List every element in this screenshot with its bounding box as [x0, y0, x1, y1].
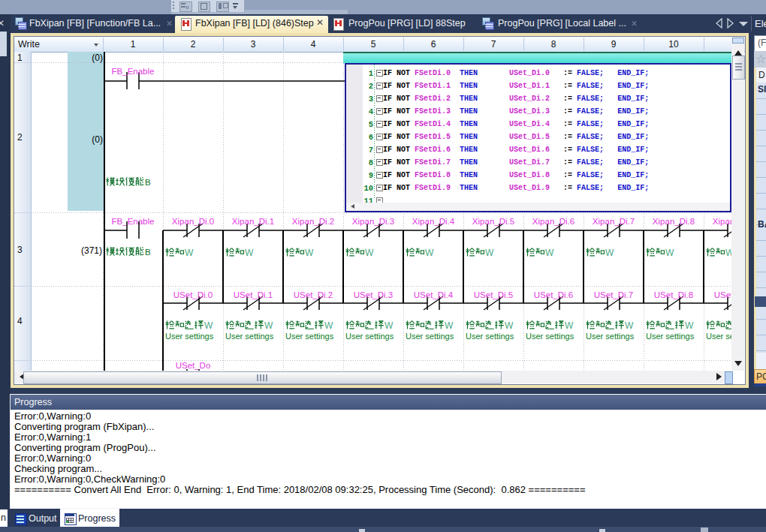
svg-text:W: W — [365, 248, 374, 258]
svg-text:W: W — [385, 320, 394, 331]
svg-text:Xipan_Di.6: Xipan_Di.6 — [532, 217, 574, 226]
svg-text:W: W — [264, 320, 273, 331]
svg-text:W: W — [204, 320, 213, 331]
svg-text:USet_Do: USet_Do — [176, 361, 211, 370]
svg-text:W: W — [685, 320, 694, 331]
svg-text:User settings: User settings — [225, 332, 274, 341]
svg-text:USet_Di.4: USet_Di.4 — [414, 290, 454, 299]
svg-text:USet_Di.0: USet_Di.0 — [173, 290, 213, 299]
svg-text:W: W — [324, 320, 333, 331]
svg-text:B: B — [145, 178, 151, 187]
svg-text:USet_Di.3: USet_Di.3 — [354, 290, 393, 299]
svg-text:Xipan_Di.1: Xipan_Di.1 — [232, 217, 274, 226]
svg-text:Xipan_Di.9: Xipan_Di.9 — [713, 217, 731, 226]
svg-text:User settings: User settings — [466, 332, 514, 341]
svg-text:W: W — [505, 320, 514, 331]
svg-text:W: W — [565, 320, 574, 331]
svg-text:Xipan_Di.7: Xipan_Di.7 — [593, 217, 635, 226]
svg-text:USet_Di.9: USet_Di.9 — [714, 290, 731, 299]
svg-text:B: B — [145, 248, 151, 257]
svg-text:User settings: User settings — [406, 332, 454, 341]
svg-text:(0): (0) — [92, 134, 103, 145]
svg-text:W: W — [625, 320, 634, 331]
svg-text:(0): (0) — [92, 53, 103, 63]
svg-text:Xipan_Di.2: Xipan_Di.2 — [292, 217, 334, 226]
svg-text:W: W — [445, 320, 454, 331]
svg-text:USet_Di.6: USet_Di.6 — [534, 290, 573, 299]
svg-text:User settings: User settings — [345, 332, 394, 341]
svg-text:W: W — [725, 248, 731, 258]
svg-text:User settings: User settings — [706, 332, 731, 341]
svg-text:W: W — [245, 248, 254, 258]
svg-text:USet_Di.1: USet_Di.1 — [234, 290, 273, 299]
svg-text:Xipan_Di.3: Xipan_Di.3 — [352, 217, 394, 226]
svg-text:USet_Di.8: USet_Di.8 — [654, 290, 693, 299]
svg-text:User settings: User settings — [646, 332, 695, 341]
svg-text:(371): (371) — [81, 245, 102, 256]
svg-text:W: W — [425, 248, 434, 258]
svg-text:USet_Di.5: USet_Di.5 — [474, 290, 513, 299]
svg-text:Xipan_Di.5: Xipan_Di.5 — [472, 217, 514, 226]
svg-text:Xipan_Di.4: Xipan_Di.4 — [412, 217, 455, 226]
svg-text:W: W — [185, 248, 194, 258]
svg-text:FB_Enable: FB_Enable — [112, 217, 155, 226]
svg-text:W: W — [665, 248, 674, 258]
svg-text:Xipan_Di.0: Xipan_Di.0 — [172, 217, 214, 226]
svg-text:User settings: User settings — [285, 332, 334, 341]
svg-text:User settings: User settings — [165, 332, 214, 341]
svg-text:W: W — [545, 248, 554, 258]
svg-text:W: W — [305, 248, 314, 258]
svg-text:FB_Enable: FB_Enable — [112, 67, 155, 76]
svg-text:Xipan_Di.8: Xipan_Di.8 — [653, 217, 695, 226]
svg-text:W: W — [485, 248, 494, 258]
svg-text:User settings: User settings — [586, 332, 635, 341]
svg-text:USet_Di.7: USet_Di.7 — [594, 290, 633, 299]
svg-text:USet_Di.2: USet_Di.2 — [294, 290, 333, 299]
svg-text:W: W — [605, 248, 614, 258]
svg-text:User settings: User settings — [526, 332, 574, 341]
